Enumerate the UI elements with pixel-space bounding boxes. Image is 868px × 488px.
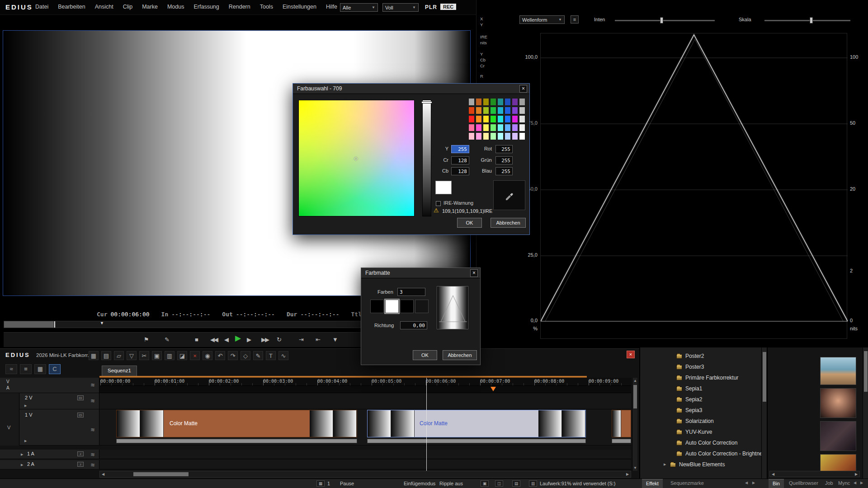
titler-icon[interactable]: T (266, 351, 276, 360)
scrub-marker-icon[interactable]: ▼ (100, 321, 104, 325)
ok-button[interactable]: OK (413, 350, 437, 360)
jump-to-in-button[interactable]: ⇥ (299, 336, 303, 343)
stop-button[interactable]: ■ (195, 336, 198, 343)
video-thumbnail-3[interactable] (820, 421, 856, 451)
tab-bin[interactable]: Bin (769, 479, 784, 488)
menu-item-modus[interactable]: Modus (167, 4, 184, 10)
scope-option-cb-5[interactable]: Cb (480, 57, 486, 62)
color-swatch-5[interactable] (505, 98, 511, 106)
timeline-playhead[interactable] (426, 378, 427, 471)
audio-mixer-icon[interactable]: ∿ (278, 351, 288, 360)
effect-item-auto-color-correction[interactable]: Auto Color Correction (640, 438, 767, 449)
panel-toggle-icon[interactable]: ◫ (495, 480, 503, 487)
redo-icon[interactable]: ↷ (228, 351, 238, 360)
color-swatch-31[interactable] (519, 124, 525, 131)
scope-option-ire-2[interactable]: IRE (480, 34, 487, 39)
color-swatch-2[interactable] (483, 98, 489, 106)
clip-mixer-strip[interactable] (116, 439, 357, 443)
audio-mute-icon[interactable]: ♪ (77, 451, 84, 456)
effect-item-solarization[interactable]: Solarization (640, 416, 767, 427)
pen-tool-button[interactable]: ✎ (165, 336, 169, 343)
storage-toggle-icon[interactable]: ▥ (529, 480, 537, 487)
track-settings-icon[interactable]: ▤ (101, 351, 111, 360)
menu-item-hilfe[interactable]: Hilfe (326, 4, 337, 10)
video-thumbnail-1[interactable] (820, 357, 856, 385)
effect-item-yuv-kurve[interactable]: YUV-Kurve (640, 427, 767, 438)
display-toggle-icon[interactable]: ▤ (512, 480, 520, 487)
color-swatch-39[interactable] (519, 132, 525, 140)
sequence-marker-icon[interactable] (491, 387, 496, 391)
ire-warning-checkbox[interactable] (436, 201, 441, 206)
marker-strip[interactable] (99, 386, 631, 393)
video-master-toggle[interactable]: V (6, 379, 9, 384)
close-icon[interactable]: × (470, 269, 478, 277)
delete-icon[interactable]: × (190, 351, 200, 360)
color-swatch-10[interactable] (483, 107, 489, 114)
color-swatch-17[interactable] (476, 115, 482, 123)
cr-field[interactable] (451, 156, 469, 164)
drag-handle-icon[interactable]: ≋ (90, 398, 95, 404)
grid-mode-icon[interactable]: ▦ (34, 364, 46, 374)
close-timeline-icon[interactable]: × (627, 351, 635, 358)
color-swatch-1[interactable] (476, 98, 482, 106)
menu-item-tools[interactable]: Tools (260, 4, 273, 10)
copy-icon[interactable]: ▣ (152, 351, 162, 360)
scroll-thumb[interactable] (133, 472, 189, 476)
color-swatch-13[interactable] (505, 107, 511, 114)
track-label-1v[interactable]: 1 V (25, 412, 33, 418)
color-swatch-35[interactable] (490, 132, 496, 140)
timeline-ruler[interactable]: 00:00:00:0000:00:01:0000:00:02:0000:00:0… (99, 378, 631, 386)
save-project-icon[interactable]: ▽ (127, 351, 137, 360)
audio-mute-icon[interactable]: ♪ (77, 462, 84, 467)
quality-select[interactable]: Voll ▼ (382, 3, 419, 12)
y-field[interactable] (451, 145, 469, 153)
video-mute-icon[interactable]: ▭ (77, 395, 84, 400)
matte-swatch-3[interactable] (415, 300, 429, 313)
effect-item-sepia2[interactable]: Sepia2 (640, 394, 767, 405)
luminance-slider[interactable] (422, 100, 431, 216)
scroll-thumb[interactable] (763, 352, 766, 402)
preset-select[interactable]: Alle ▼ (340, 3, 378, 12)
clip-mode-icon[interactable]: C (49, 364, 61, 374)
effect-item-sepia1[interactable]: Sepia1 (640, 384, 767, 394)
scope-layout-list-icon[interactable]: ≡ (571, 15, 579, 23)
menu-item-erfassung[interactable]: Erfassung (193, 4, 219, 10)
color-matte-titlebar[interactable]: Farbmatte (361, 268, 480, 278)
farben-field[interactable] (397, 288, 425, 296)
paste-icon[interactable]: ▥ (165, 351, 175, 360)
cancel-button[interactable]: Abbrechen (443, 350, 477, 360)
richtung-field[interactable] (400, 321, 427, 329)
effects-scrollbar[interactable] (761, 347, 767, 479)
scroll-down-icon[interactable]: ▼ (632, 465, 638, 471)
undo-icon[interactable]: ↶ (215, 351, 225, 360)
effect-item-sepia3[interactable]: Sepia3 (640, 405, 767, 416)
timeline-hscrollbar[interactable]: ◀ ▶ (99, 471, 631, 478)
color-swatch-25[interactable] (476, 124, 482, 131)
color-picker-titlebar[interactable]: Farbauswahl - 709 (293, 84, 529, 94)
drag-handle-icon[interactable]: ≋ (90, 382, 95, 388)
tab-mync[interactable]: Mync (834, 479, 854, 488)
fast-forward-button[interactable]: ▶▶ (261, 336, 269, 343)
track-2a[interactable] (99, 460, 631, 469)
scope-option-nits-3[interactable]: nits (480, 40, 487, 45)
skala-slider-track[interactable] (764, 20, 850, 21)
ok-button[interactable]: OK (457, 218, 482, 228)
effect-item-prim-re-farbkorrektur[interactable]: Primäre Farbkorrektur (640, 373, 767, 384)
color-swatch-24[interactable] (468, 124, 475, 131)
cut-icon[interactable]: ✂ (139, 351, 149, 360)
color-swatch-0[interactable] (468, 98, 475, 106)
menu-item-bearbeiten[interactable]: Bearbeiten (58, 4, 85, 10)
scope-mode-select[interactable]: Wellenform ▼ (519, 15, 565, 24)
tab-effekt[interactable]: Effekt (642, 479, 663, 488)
track-label-2v[interactable]: 2 V (25, 395, 33, 400)
color-swatch-4[interactable] (497, 98, 504, 106)
color-swatch-14[interactable] (512, 107, 518, 114)
scope-option-x-0[interactable]: X (480, 16, 483, 21)
menu-item-datei[interactable]: Datei (35, 4, 48, 10)
color-swatch-38[interactable] (512, 132, 518, 140)
menu-item-rendern[interactable]: Rendern (229, 4, 250, 10)
color-swatch-3[interactable] (490, 98, 496, 106)
color-swatch-27[interactable] (490, 124, 496, 131)
add-marker-button[interactable]: ⚑ (144, 336, 148, 343)
skala-slider-handle[interactable] (810, 17, 813, 23)
